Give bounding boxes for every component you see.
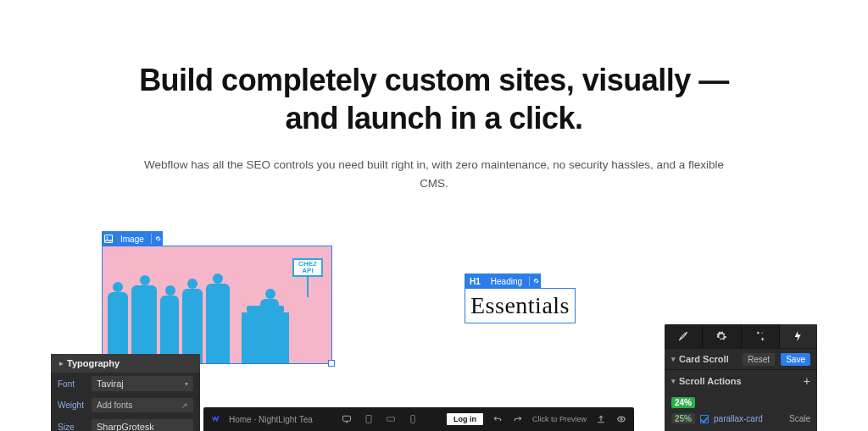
interactions-tabs <box>665 324 817 348</box>
hero-line-1: Build completely custom sites, visually … <box>139 63 729 97</box>
font-select[interactable]: Taviraj ▾ <box>92 376 193 391</box>
weight-label: Weight <box>58 401 86 410</box>
mobile-landscape-icon[interactable] <box>385 413 397 425</box>
undo-icon[interactable] <box>492 413 504 425</box>
redo-icon[interactable] <box>512 413 524 425</box>
reset-button[interactable]: Reset <box>743 353 775 366</box>
preview-hint: Click to Preview <box>532 415 587 423</box>
page-name[interactable]: Home · NightLight Tea <box>229 415 313 424</box>
add-fonts-link[interactable]: Add fonts ↗ <box>92 398 193 412</box>
svg-rect-4 <box>387 417 394 422</box>
illustration-sign: CHEZ API <box>292 258 323 277</box>
keyframe-percent-2[interactable]: 25% <box>671 413 695 424</box>
login-button[interactable]: Log in <box>447 413 483 425</box>
page-title: Build completely custom sites, visually … <box>112 61 756 137</box>
font-label: Font <box>58 379 86 389</box>
desktop-icon[interactable] <box>341 413 353 425</box>
image-icon <box>103 234 114 244</box>
eye-icon[interactable] <box>615 413 627 425</box>
heading-type-label: H1 <box>466 277 484 286</box>
typography-panel[interactable]: Typography Font Taviraj ▾ Weight Add fon… <box>51 354 200 431</box>
tab-interactions[interactable] <box>780 324 817 348</box>
mobile-portrait-icon[interactable] <box>407 413 419 425</box>
selection-tag-image[interactable]: Image <box>102 231 163 246</box>
svg-point-6 <box>620 418 622 420</box>
action-checkbox[interactable] <box>700 415 709 423</box>
illustration-image: CHEZ API CHEZ API <box>103 246 331 363</box>
external-link-icon: ↗ <box>181 401 188 410</box>
save-button[interactable]: Save <box>781 353 810 366</box>
designer-topbar: Home · NightLight Tea Log in Click to Pr… <box>203 407 634 431</box>
tablet-icon[interactable] <box>363 413 375 425</box>
action-target-name[interactable]: parallax-card <box>714 414 784 423</box>
chevron-down-icon: ▾ <box>185 380 188 388</box>
size-select[interactable]: SharpGrotesk <box>92 419 193 431</box>
interactions-panel[interactable]: Card Scroll Reset Save Scroll Actions + … <box>665 324 817 431</box>
size-value: SharpGrotesk <box>97 422 154 431</box>
selected-image-element[interactable]: Image CHEZ API CHEZ API <box>102 246 332 364</box>
size-label: Size <box>58 423 86 432</box>
tab-brush[interactable] <box>665 324 703 348</box>
tab-settings[interactable] <box>703 324 741 348</box>
svg-rect-2 <box>342 416 350 421</box>
hero-subtitle: Webflow has all the SEO controls you nee… <box>137 156 731 192</box>
add-action-button[interactable]: + <box>804 375 810 387</box>
tab-effects[interactable] <box>742 324 780 348</box>
gear-icon[interactable] <box>529 276 539 286</box>
typography-panel-header[interactable]: Typography <box>51 354 200 373</box>
weight-value: Add fonts <box>97 401 132 410</box>
scroll-actions-section[interactable]: Scroll Actions <box>671 376 742 386</box>
selected-heading-element[interactable]: H1 Heading Essentials <box>465 288 576 323</box>
selection-tag-heading-label: Heading <box>487 277 526 286</box>
selection-tag-heading[interactable]: H1 Heading <box>465 274 541 289</box>
keyframe-percent-1[interactable]: 24% <box>671 397 695 408</box>
webflow-logo-icon[interactable] <box>210 413 222 425</box>
card-scroll-section[interactable]: Card Scroll <box>671 354 729 364</box>
gear-icon[interactable] <box>151 234 161 244</box>
svg-point-1 <box>107 237 108 239</box>
svg-rect-3 <box>366 416 371 423</box>
hero-line-2: and launch in a click. <box>285 101 582 135</box>
heading-text[interactable]: Essentials <box>470 292 570 319</box>
font-value: Taviraj <box>97 379 124 389</box>
action-type-label: Scale <box>789 414 810 423</box>
selection-tag-label: Image <box>117 235 147 244</box>
svg-rect-5 <box>411 416 415 423</box>
export-icon[interactable] <box>595 413 607 425</box>
